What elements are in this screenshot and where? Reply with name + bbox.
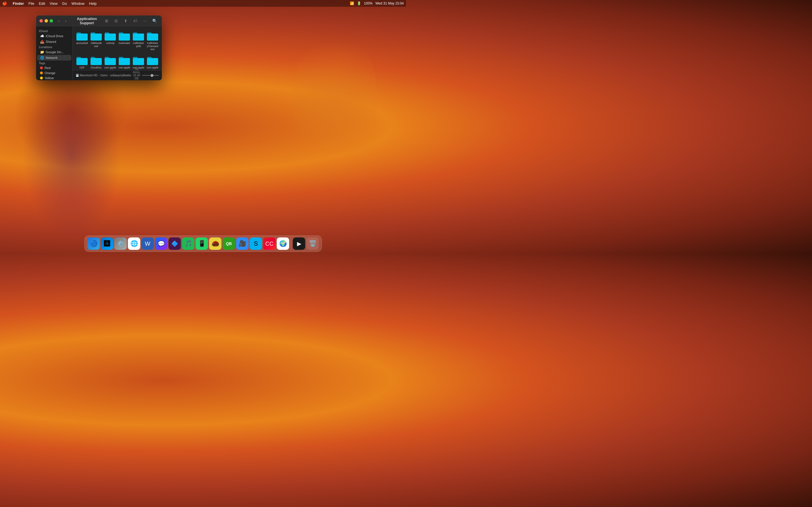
sidebar-item-shared[interactable]: 📤 Shared [37,39,71,45]
sidebar-label-shared: Shared [46,40,56,43]
dock-skype[interactable]: S [250,237,262,250]
folder-name: CloudDocs [90,66,102,70]
window-title: Application Support [71,17,103,25]
dock-safari[interactable]: 🌍 [277,237,289,250]
dock-app-store[interactable]: 🅰 [101,237,113,250]
folder-item-7[interactable]: CloudDocs [90,54,103,70]
sidebar-item-network[interactable]: 🌐 Network [37,55,71,61]
menu-view[interactable]: View [50,1,57,6]
folder-icon [118,31,131,41]
folder-name: accountsd [76,42,88,45]
main-content: accountsd AddressBook Animoji [73,26,162,80]
slider-track [142,75,159,76]
orange-tag-dot [40,71,43,74]
search-button[interactable]: 🔍 [151,18,158,24]
share-button[interactable]: ⬆ [122,18,130,24]
sidebar-label-google-drive: Google Dri... [46,50,64,54]
zoom-slider[interactable] [142,75,159,76]
menubar-left: 🍎 Finder File Edit View Go Window Help [2,1,96,6]
icloud-drive-icon: ☁️ [40,34,44,38]
dock-qb[interactable]: QB [223,237,235,250]
sidebar-item-yellow[interactable]: Yellow [37,75,71,80]
dock-creative-cloud[interactable]: CC [263,237,276,250]
menu-go[interactable]: Go [62,1,67,6]
dock-system-prefs[interactable]: ⚙️ [114,237,127,250]
breadcrumb-item[interactable]: Macintosh HD [80,74,98,77]
folder-item-1[interactable]: AddressBook [90,29,103,52]
wifi-icon[interactable]: 📶 [350,1,354,5]
dock-messenger[interactable]: 💬 [155,237,167,250]
sidebar-item-orange[interactable]: Orange [37,70,71,75]
dock-whatsapp[interactable]: 📱 [196,237,208,250]
bg-decoration-2 [293,28,378,169]
close-button[interactable] [40,19,43,22]
folder-name: com.apple.AssistiveControl [147,66,158,70]
folder-item-6[interactable]: CEF [75,54,89,70]
menu-file[interactable]: File [29,1,35,6]
folder-name: Animoji [106,42,114,45]
dock: 🔵 🅰 ⚙️ 🌐 W 💬 🔷 🎵 📱 🌰 QB 🎥 S CC 🌍 ▶ [84,235,322,252]
shared-icon: 📤 [40,40,44,44]
folder-icon [90,31,102,41]
folder-icon [90,55,102,65]
menubar: 🍎 Finder File Edit View Go Window Help 📶… [0,0,406,7]
folder-item-5[interactable]: CallHistoryTransactions [146,29,159,52]
tag-button[interactable]: 🏷 [132,18,139,24]
folder-grid: accountsd AddressBook Animoji [73,26,162,70]
more-button[interactable]: ··· [141,18,149,24]
maximize-button[interactable] [50,19,53,22]
sidebar: iCloud ☁️ iCloud Drive 📤 Shared Location… [36,26,73,80]
tags-header: Tags [36,61,72,65]
sidebar-item-google-drive[interactable]: 📁 Google Dri... [37,49,71,55]
view-grid-button[interactable]: ⊟ [112,18,120,24]
sidebar-item-icloud-drive[interactable]: ☁️ iCloud Drive [37,33,71,39]
folder-name: AddressBook [90,42,102,48]
breadcrumb-sep: › [98,74,99,77]
dock-slack[interactable]: 🔷 [168,237,181,250]
folder-icon [132,55,145,65]
menubar-right: 📶 🔋 100% Wed 31 May 15:04 [350,1,404,5]
folder-item-8[interactable]: com.apple.akd [104,54,117,70]
folder-item-0[interactable]: accountsd [75,29,89,52]
folder-icon [104,55,116,65]
dock-chrome[interactable]: 🌐 [128,237,140,250]
menu-edit[interactable]: Edit [39,1,45,6]
folder-item-4[interactable]: CallHistoryDB [132,29,145,52]
dock-zoom[interactable]: 🎥 [236,237,249,250]
menu-window[interactable]: Window [71,1,84,6]
forward-button[interactable]: › [63,18,69,24]
dock-spotify[interactable]: 🎵 [182,237,195,250]
battery-icon: 🔋 [357,1,361,5]
datetime: Wed 31 May 15:04 [375,1,404,5]
google-drive-icon: 📁 [40,50,44,54]
dock-nutstore[interactable]: 🌰 [209,237,221,250]
dock-finder[interactable]: 🔵 [87,237,100,250]
back-button[interactable]: ‹ [56,18,62,24]
minimize-button[interactable] [45,19,48,22]
menu-help[interactable]: Help [89,1,97,6]
breadcrumb-item[interactable]: Users [100,74,107,77]
locations-header: Locations [36,45,72,49]
status-bar: 💾Macintosh HD›Users›sofiawycislikwilson›… [73,70,162,80]
folder-name: com.apple.akd [104,66,116,70]
view-icon-button[interactable]: ⊞ [103,18,110,24]
folder-icon [76,55,88,65]
menu-finder[interactable]: Finder [13,1,24,6]
apple-menu[interactable]: 🍎 [2,1,7,6]
folder-item-9[interactable]: com.apple.ap.promotedcontentd [118,54,131,70]
folder-item-3[interactable]: Automator [118,29,131,52]
folder-icon [146,31,159,41]
sidebar-label-red: Red [45,66,50,69]
dock-video[interactable]: ▶ [293,237,305,250]
folder-item-2[interactable]: Animoji [104,29,117,52]
status-info: 59 items, 29,48 GB available [131,68,142,80]
dock-trash[interactable]: 🗑️ [306,237,319,250]
folder-name: CallHistoryDB [133,42,144,48]
folder-item-11[interactable]: com.apple.AssistiveControl [146,54,159,70]
network-icon: 🌐 [40,56,44,60]
dock-word[interactable]: W [142,237,154,250]
sidebar-item-red[interactable]: Red [37,65,71,70]
breadcrumb-item[interactable]: sofiawycislikwilson [110,74,131,77]
folder-name: CallHistoryTransactions [147,42,158,51]
window-body: iCloud ☁️ iCloud Drive 📤 Shared Location… [36,26,162,80]
